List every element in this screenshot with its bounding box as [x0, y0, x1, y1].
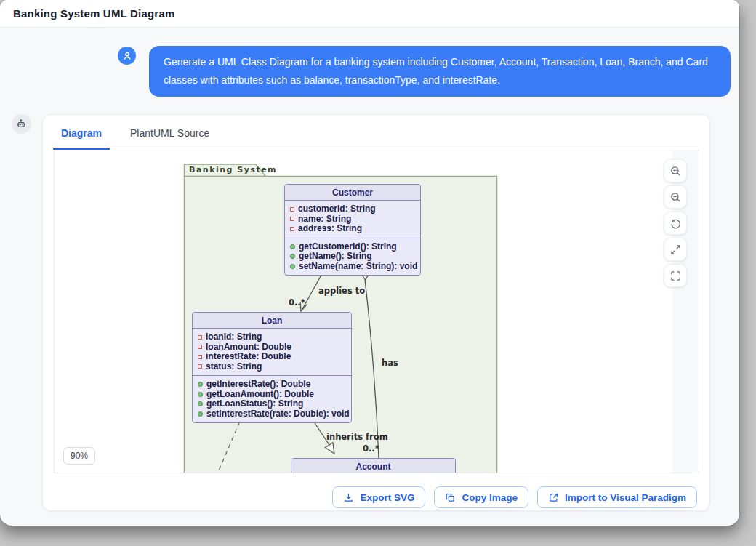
- edge-multiplicity: 0..*: [289, 297, 305, 308]
- class-attribute: customerId: String: [298, 204, 376, 214]
- method-icon: [198, 392, 203, 397]
- attribute-icon: [290, 227, 294, 231]
- class-method: setName(name: String): void: [299, 262, 417, 272]
- class-attribute: interestRate: Double: [206, 352, 291, 362]
- uml-class-account[interactable]: Account: [291, 458, 456, 473]
- fit-to-screen-button[interactable]: [664, 238, 687, 261]
- user-message-text: Generate a UML Class Diagram for a banki…: [164, 56, 708, 86]
- fullscreen-button[interactable]: [664, 264, 687, 287]
- class-attribute: loanAmount: Double: [206, 342, 291, 353]
- edge-label: has: [382, 358, 398, 368]
- class-attribute: name: String: [298, 214, 351, 225]
- tab-plantuml-source[interactable]: PlantUML Source: [130, 124, 214, 150]
- result-panel: Diagram PlantUML Source: [42, 114, 710, 511]
- reset-view-button[interactable]: [664, 212, 687, 235]
- copy-image-label: Copy Image: [462, 492, 518, 503]
- class-name: Account: [291, 459, 455, 473]
- title-bar: Banking System UML Diagram: [0, 0, 739, 28]
- edge-multiplicity: 0..*: [363, 443, 379, 454]
- import-to-visual-paradigm-button[interactable]: Import to Visual Paradigm: [537, 486, 697, 508]
- attribute-icon: [198, 364, 202, 369]
- action-button-row: Export SVG Copy Image Import to Visual P…: [332, 486, 697, 508]
- class-attribute: loanId: String: [206, 332, 262, 342]
- class-method: setInterestRate(rate: Double): void: [206, 409, 350, 419]
- class-name: Loan: [193, 313, 351, 329]
- user-avatar: [118, 47, 136, 65]
- fullscreen-icon: [669, 270, 682, 282]
- uml-class-customer[interactable]: Customer customerId: String name: String…: [284, 184, 421, 276]
- method-icon: [198, 401, 203, 406]
- zoom-out-button[interactable]: [664, 185, 687, 209]
- user-message-bubble: Generate a UML Class Diagram for a banki…: [149, 46, 731, 97]
- uml-class-loan[interactable]: Loan loanId: String loanAmount: Double i…: [192, 312, 352, 423]
- external-link-icon: [548, 492, 559, 503]
- tab-plantuml-label: PlantUML Source: [130, 127, 209, 139]
- class-method: getLoanAmount(): Double: [206, 390, 314, 400]
- tab-bar: Diagram PlantUML Source: [53, 124, 709, 150]
- robot-icon: [16, 119, 27, 129]
- package-title: Banking System: [189, 165, 277, 174]
- import-vp-label: Import to Visual Paradigm: [565, 492, 686, 503]
- class-name: Customer: [285, 185, 420, 201]
- attribute-icon: [198, 345, 202, 349]
- download-icon: [343, 492, 354, 503]
- method-icon: [290, 244, 295, 249]
- attribute-icon: [290, 217, 294, 221]
- attribute-icon: [198, 335, 202, 340]
- fit-to-screen-icon: [669, 244, 682, 256]
- method-icon: [290, 264, 295, 269]
- app-window: Banking System UML Diagram Generate a UM…: [0, 0, 739, 526]
- attribute-icon: [198, 355, 202, 359]
- bot-avatar: [12, 114, 31, 134]
- class-method: getCustomerId(): String: [299, 242, 397, 252]
- class-method: getName(): String: [299, 252, 372, 262]
- diagram-canvas[interactable]: Banking System Customer customerId: Stri…: [54, 150, 699, 473]
- zoom-in-icon: [669, 165, 682, 177]
- edge-label: inherits from: [326, 432, 388, 442]
- copy-icon: [445, 492, 456, 503]
- attribute-icon: [290, 207, 294, 212]
- reset-view-icon: [669, 217, 682, 230]
- edge-label: applies to: [318, 286, 365, 296]
- tab-diagram-label: Diagram: [61, 127, 102, 139]
- class-attribute: status: String: [206, 362, 262, 372]
- export-svg-button[interactable]: Export SVG: [332, 486, 425, 508]
- copy-image-button[interactable]: Copy Image: [434, 486, 528, 508]
- zoom-level-badge: 90%: [63, 447, 95, 465]
- method-icon: [198, 382, 203, 387]
- tab-diagram[interactable]: Diagram: [53, 124, 110, 150]
- export-svg-label: Export SVG: [360, 492, 414, 503]
- zoom-out-icon: [669, 191, 682, 204]
- method-icon: [198, 411, 203, 417]
- person-icon: [122, 51, 132, 61]
- class-method: getLoanStatus(): String: [206, 399, 303, 409]
- zoom-in-button[interactable]: [664, 159, 687, 182]
- page-title: Banking System UML Diagram: [13, 7, 174, 20]
- method-icon: [290, 254, 295, 259]
- class-method: getInterestRate(): Double: [206, 380, 310, 390]
- class-attribute: address: String: [298, 224, 362, 234]
